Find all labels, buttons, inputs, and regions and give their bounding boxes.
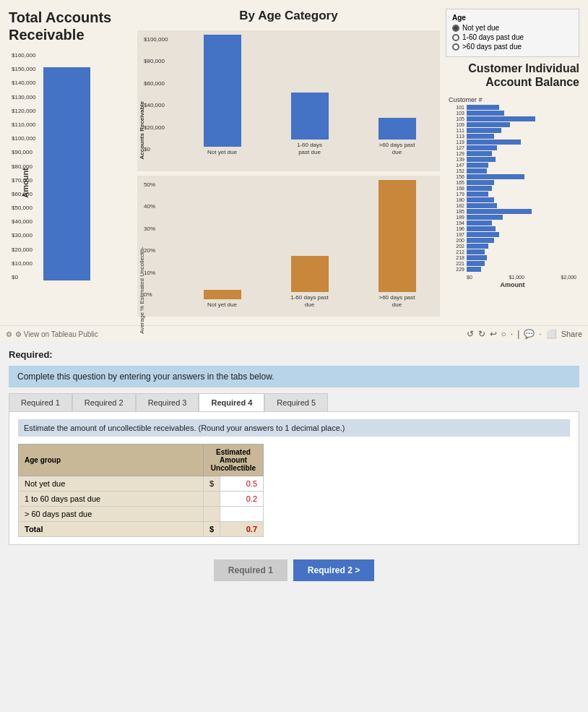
total-accounts-bar xyxy=(43,67,90,280)
bar-1-60-top xyxy=(291,93,329,140)
customer-balance-title: Customer Individual Account Balance xyxy=(446,61,579,89)
customer-bar-179 xyxy=(467,192,488,197)
top-y-ticks: $100,000 $80,000 $60,000 $40,000 $20,000… xyxy=(144,36,168,153)
tab-required-2[interactable]: Required 2 xyxy=(72,393,136,411)
bar-not-yet-due-bottom xyxy=(204,290,241,299)
customer-bar-103 xyxy=(467,111,504,116)
legend-item-60: >60 days past due xyxy=(452,43,573,51)
back-icon[interactable]: ↩ xyxy=(490,329,497,339)
customer-rows: 101 103 105 109 111 113 119 127 129 139 … xyxy=(449,105,576,272)
middle-section: By Age Category Accounts Receivable $100… xyxy=(137,9,440,317)
bar-1-60-bottom xyxy=(291,256,329,292)
legend-item-not-yet-due: Not yet due xyxy=(452,24,573,32)
total-accounts-title: Total Accounts Receivable xyxy=(9,9,131,43)
left-y-ticks: $160,000 $150,000 $140,000 $130,000 $120… xyxy=(12,52,35,280)
customer-bar-197 xyxy=(467,232,499,237)
customer-row: 156 xyxy=(449,174,576,179)
prev-button[interactable]: Required 1 xyxy=(214,559,287,581)
tab-required-4[interactable]: Required 4 xyxy=(199,393,264,411)
bar-group-60-top: >60 days pastdue xyxy=(358,118,436,155)
top-bars-row: Not yet due 1-60 dayspast due >60 days p… xyxy=(183,35,436,172)
tab-required-5[interactable]: Required 5 xyxy=(264,393,328,411)
tab-required-1[interactable]: Required 1 xyxy=(9,393,72,411)
customer-row: 218 xyxy=(449,255,576,260)
gear-icon: ⚙ xyxy=(6,330,12,338)
right-section: Age Not yet due 1-60 days past due >60 d… xyxy=(446,9,579,317)
comment-icon[interactable]: 💬 xyxy=(524,329,535,339)
customer-bar-182 xyxy=(467,203,497,208)
customer-row: 202 xyxy=(449,244,576,249)
customer-bar-152 xyxy=(467,168,487,173)
next-button[interactable]: Required 2 > xyxy=(293,559,374,581)
tableau-toolbar: ⚙ ⚙ View on Tableau Public ↺ ↻ ↩ ○ · | 💬… xyxy=(0,325,588,342)
customer-row: 129 xyxy=(449,151,576,156)
separator: · xyxy=(511,329,513,339)
customer-chart: Customer # 101 103 105 109 111 113 119 1… xyxy=(446,93,579,317)
value-cell-1-60[interactable]: 0.2 xyxy=(220,492,264,507)
tab-required-3[interactable]: Required 3 xyxy=(136,393,199,411)
customer-bar-101 xyxy=(467,105,499,110)
uncollectible-table: Age group EstimatedAmountUncollectible N… xyxy=(18,444,264,537)
customer-bar-111 xyxy=(467,128,501,133)
customer-x-axis-labels: $0 $1,000 $2,000 xyxy=(449,275,576,280)
value-cell-total[interactable]: 0.7 xyxy=(220,522,264,537)
bar-group-not-yet-due-bottom: Not yet due xyxy=(183,290,261,309)
customer-bar-127 xyxy=(467,145,497,150)
customer-bar-218 xyxy=(467,255,487,260)
legend-radio-not-yet-due xyxy=(452,25,459,32)
age-chart-top: Accounts Receivable $100,000 $80,000 $60… xyxy=(137,30,440,171)
bar-group-1-60-top: 1-60 dayspast due xyxy=(271,93,348,155)
bar-60-bottom xyxy=(379,180,416,292)
by-age-title: By Age Category xyxy=(137,9,440,23)
view-tableau-link[interactable]: ⚙ ⚙ View on Tableau Public xyxy=(6,330,98,338)
separator2: · xyxy=(539,329,541,339)
customer-row: 147 xyxy=(449,163,576,168)
export-icon[interactable]: ⬜ xyxy=(546,329,557,339)
customer-row: 119 xyxy=(449,140,576,145)
col-header-amount: EstimatedAmountUncollectible xyxy=(203,445,263,476)
customer-row: 189 xyxy=(449,215,576,220)
customer-row: 103 xyxy=(449,111,576,116)
customer-row: 152 xyxy=(449,168,576,173)
pause-icon[interactable]: ○ xyxy=(501,329,506,339)
age-cell-60-plus: > 60 days past due xyxy=(19,507,204,522)
customer-row: 127 xyxy=(449,145,576,150)
main-container: Total Accounts Receivable Amount $160,00… xyxy=(0,0,588,594)
bar-not-yet-due-top xyxy=(204,35,241,147)
age-cell-not-yet-due: Not yet due xyxy=(19,476,204,492)
undo-icon[interactable]: ↺ xyxy=(467,329,474,339)
customer-bar-168 xyxy=(467,186,492,191)
customer-x-title: Amount xyxy=(449,281,576,288)
customer-row: 200 xyxy=(449,238,576,243)
bar-group-60-bottom: >60 days pastdue xyxy=(358,180,436,308)
required-label: Required: xyxy=(9,349,579,360)
customer-bar-119 xyxy=(467,140,521,145)
bar-60-top xyxy=(379,118,416,140)
customer-row: 182 xyxy=(449,203,576,208)
required-section: Required: Complete this question by ente… xyxy=(0,342,588,594)
customer-row: 196 xyxy=(449,226,576,231)
customer-row: 111 xyxy=(449,128,576,133)
customer-bar-180 xyxy=(467,197,494,202)
customer-row: 194 xyxy=(449,220,576,226)
share-button[interactable]: Share xyxy=(561,330,582,338)
customer-bar-189 xyxy=(467,215,503,220)
customer-bar-105 xyxy=(467,116,535,121)
customer-row: 101 xyxy=(449,105,576,110)
customer-row: 139 xyxy=(449,157,576,162)
complete-instruction-box: Complete this question by entering your … xyxy=(9,366,579,387)
col-header-age: Age group xyxy=(19,445,204,476)
navigation-buttons: Required 1 Required 2 > xyxy=(9,554,579,587)
value-cell-60-plus[interactable] xyxy=(220,507,264,522)
customer-bar-129 xyxy=(467,151,492,156)
customer-row: 113 xyxy=(449,134,576,139)
redo-icon[interactable]: ↻ xyxy=(478,329,485,339)
dollar-cell-not-yet-due: $ xyxy=(203,476,220,492)
value-cell-not-yet-due[interactable]: 0.5 xyxy=(220,476,264,492)
dollar-cell-1-60 xyxy=(203,492,220,507)
toolbar-icons: ↺ ↻ ↩ ○ · | 💬 · ⬜ Share xyxy=(467,329,582,339)
customer-bar-113 xyxy=(467,134,494,139)
customer-bar-185 xyxy=(467,209,532,214)
age-cell-1-60: 1 to 60 days past due xyxy=(19,492,204,507)
bar-group-not-yet-due-top: Not yet due xyxy=(183,35,261,156)
